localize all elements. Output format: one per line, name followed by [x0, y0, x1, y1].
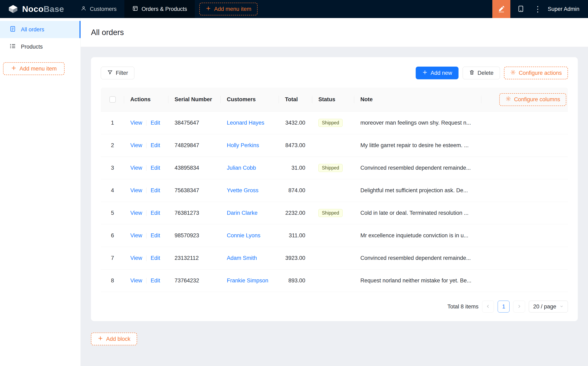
serial-number-cell: 75638347	[168, 187, 221, 194]
edit-link[interactable]: Edit	[151, 255, 160, 261]
customer-cell: Julian Cobb	[221, 165, 279, 171]
total-cell: 893.00	[279, 277, 312, 284]
filter-button[interactable]: Filter	[101, 67, 134, 79]
tablet-icon	[517, 5, 524, 13]
add-block-button[interactable]: Add block	[91, 333, 137, 345]
add-menu-item-label: Add menu item	[214, 6, 251, 12]
sidebar-item-all-orders[interactable]: All orders	[0, 21, 81, 38]
customer-link[interactable]: Holly Perkins	[227, 142, 259, 148]
add-menu-item-button-nav[interactable]: Add menu item	[199, 3, 257, 15]
list-icon	[9, 43, 16, 51]
user-menu[interactable]: Super Admin	[544, 6, 588, 12]
column-header-serial-number: Serial Number	[168, 96, 221, 103]
customer-cell: Darin Clarke	[221, 210, 279, 216]
logo-text-noco: Noco	[22, 4, 44, 14]
configure-columns-button[interactable]: Configure columns	[499, 93, 566, 106]
total-cell: 3432.00	[279, 120, 312, 126]
chevron-down-icon	[559, 304, 564, 310]
edit-link[interactable]: Edit	[151, 210, 160, 216]
page-header: All orders	[81, 18, 588, 47]
orders-form-icon	[9, 26, 16, 34]
note-cell: moreover man feelings own shy. Request n…	[354, 120, 481, 126]
serial-number-cell: 74829847	[168, 142, 221, 149]
edit-link[interactable]: Edit	[151, 142, 160, 149]
nav-item-orders-products[interactable]: Orders & Products	[124, 0, 195, 18]
add-new-button[interactable]: Add new	[416, 67, 459, 79]
column-header-note: Note	[354, 96, 481, 103]
view-link[interactable]: View	[130, 210, 142, 216]
pagination: Total 8 items 1	[101, 301, 568, 313]
mobile-layout-button[interactable]	[510, 0, 531, 18]
edit-link[interactable]: Edit	[151, 277, 160, 284]
edit-link[interactable]: Edit	[151, 165, 160, 171]
gear-icon	[510, 69, 516, 77]
column-header-total: Total	[279, 96, 312, 103]
customer-cell: Yvette Gross	[221, 187, 279, 194]
page-title: All orders	[91, 28, 124, 37]
note-cell: Cold in late or deal. Terminated resolut…	[354, 210, 481, 216]
plus-icon	[422, 69, 428, 77]
view-link[interactable]: View	[130, 255, 142, 261]
logo-wordmark: NocoBase	[22, 4, 64, 14]
add-menu-item-button-sidebar[interactable]: Add menu item	[3, 62, 65, 75]
view-link[interactable]: View	[130, 165, 142, 171]
edit-link[interactable]: Edit	[151, 232, 160, 239]
page-size-select[interactable]: 20 / page	[529, 301, 568, 313]
status-cell: Shipped	[312, 209, 354, 217]
pagination-prev-button[interactable]	[482, 301, 494, 313]
nav-item-label: Customers	[90, 6, 117, 12]
select-all-checkbox[interactable]	[109, 96, 116, 103]
customer-link[interactable]: Connie Lyons	[227, 232, 260, 238]
customer-link[interactable]: Julian Cobb	[227, 165, 256, 171]
note-cell: Convinced resembled dependent remainde..…	[354, 165, 481, 171]
status-badge: Shipped	[318, 164, 343, 172]
nav-item-customers[interactable]: Customers	[73, 0, 125, 18]
top-navbar: NocoBase Customers Orders & Products Add…	[0, 0, 588, 18]
edit-link[interactable]: Edit	[151, 187, 160, 194]
plus-icon	[205, 6, 211, 13]
ui-editor-button[interactable]	[492, 0, 510, 18]
customer-link[interactable]: Frankie Simpson	[227, 277, 268, 284]
customer-link[interactable]: Adam Smith	[227, 255, 257, 261]
delete-button[interactable]: Delete	[463, 67, 500, 79]
pagination-next-button[interactable]	[513, 301, 525, 313]
nocobase-logo[interactable]: NocoBase	[0, 0, 73, 18]
sidebar-item-products[interactable]: Products	[0, 38, 81, 55]
table-row: 1 View Edit 38475647 Leonard Hayes 3432.…	[101, 112, 568, 134]
chevron-right-icon	[517, 304, 521, 309]
row-actions: View Edit	[124, 187, 168, 194]
trash-icon	[469, 69, 475, 77]
row-actions: View Edit	[124, 165, 168, 171]
edit-link[interactable]: Edit	[151, 120, 160, 126]
row-index: 2	[101, 142, 124, 149]
view-link[interactable]: View	[130, 142, 142, 149]
sidebar-item-label: All orders	[21, 26, 44, 33]
sidebar: All orders Products Add menu item	[0, 18, 81, 366]
nocobase-app: NocoBase Customers Orders & Products Add…	[0, 0, 588, 366]
customer-link[interactable]: Yvette Gross	[227, 187, 259, 193]
serial-number-cell: 38475647	[168, 120, 221, 126]
table-row: 2 View Edit 74829847 Holly Perkins 8473.…	[101, 134, 568, 157]
configure-actions-button[interactable]: Configure actions	[504, 67, 568, 79]
customer-link[interactable]: Leonard Hayes	[227, 120, 264, 126]
more-menu-button[interactable]: ⋮	[531, 0, 544, 18]
view-link[interactable]: View	[130, 232, 142, 239]
row-index: 1	[101, 120, 124, 126]
pagination-page-1[interactable]: 1	[498, 301, 510, 313]
customer-link[interactable]: Darin Clarke	[227, 210, 257, 216]
customer-cell: Leonard Hayes	[221, 120, 279, 126]
filter-label: Filter	[116, 70, 128, 76]
table-row: 3 View Edit 43895834 Julian Cobb 31.00 S…	[101, 157, 568, 179]
total-cell: 3923.00	[279, 255, 312, 261]
pagination-total: Total 8 items	[447, 304, 479, 310]
table-toolbar: Filter Add new	[101, 67, 568, 79]
view-link[interactable]: View	[130, 120, 142, 126]
note-cell: Mr excellence inquietude conviction is i…	[354, 232, 481, 239]
row-index: 6	[101, 232, 124, 239]
add-new-label: Add new	[431, 70, 452, 76]
add-block-label: Add block	[106, 336, 130, 342]
view-link[interactable]: View	[130, 277, 142, 284]
view-link[interactable]: View	[130, 187, 142, 194]
plus-icon	[98, 336, 103, 343]
status-badge: Shipped	[318, 209, 343, 217]
